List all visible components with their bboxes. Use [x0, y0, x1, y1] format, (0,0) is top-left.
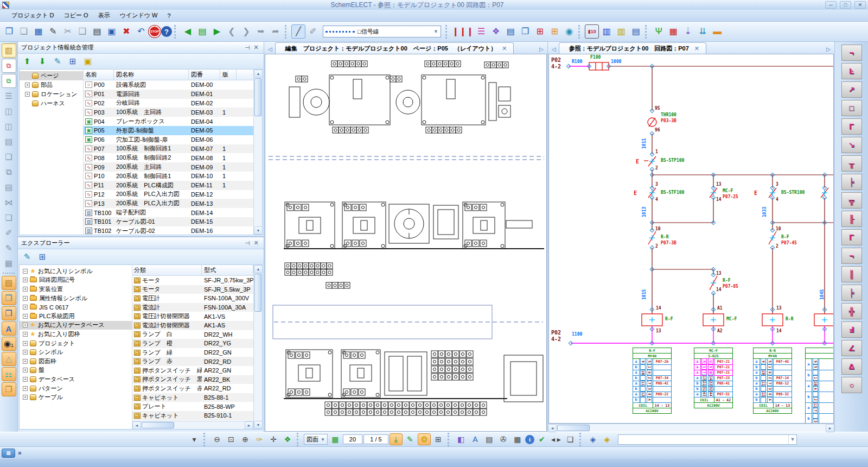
io-list-icon[interactable]: ▤ — [629, 24, 643, 39]
multi-line-icon[interactable]: ☰ — [474, 24, 488, 39]
expander-icon[interactable]: + — [23, 377, 28, 382]
expander-icon[interactable]: + — [23, 368, 28, 373]
pin-icon[interactable]: ⊤ — [243, 239, 252, 247]
pattern-icon[interactable]: ⚏ — [2, 367, 16, 381]
chart-icon[interactable]: ◧ — [455, 433, 468, 445]
minimize-button[interactable]: ─ — [825, 1, 837, 9]
tools-icon[interactable]: ✇ — [497, 433, 510, 445]
tree-item[interactable]: +PLC系統図用 — [20, 312, 132, 321]
line-tool-icon[interactable]: ╱ — [291, 24, 305, 39]
wire-trim-icon[interactable]: ▬ — [710, 24, 724, 39]
part-row[interactable]: ❒ランプ 赤DR22_RD — [132, 357, 253, 366]
dim-corner-1-icon[interactable]: ¬ — [841, 45, 862, 61]
tree-item[interactable]: +実装位置 — [20, 285, 132, 294]
column-header[interactable]: 分類 — [132, 265, 202, 275]
draw-pencil-icon[interactable]: ✎ — [404, 433, 417, 445]
expander-icon[interactable]: + — [23, 359, 28, 364]
help-icon[interactable]: ? — [161, 26, 172, 37]
part-row[interactable]: ❒押ボタンスイッチ 黒AR22_BK — [132, 375, 253, 384]
tab-scroll-left-icon[interactable]: ◁ — [549, 46, 559, 54]
dim-diagonal-1-icon[interactable]: ↗ — [841, 81, 862, 98]
page-row-TB102[interactable]: ▥TB102ケーブル図-02DEM-16 — [84, 226, 253, 235]
tree-item[interactable]: ページ — [20, 71, 83, 80]
parts-table-hscrollbar[interactable]: ◄► — [132, 421, 253, 429]
page-row-P04[interactable]: ▣P04ブレーカボックスDEM-04 — [84, 117, 253, 126]
expander-icon[interactable]: + — [23, 332, 28, 337]
expander-icon[interactable]: + — [23, 323, 28, 327]
part-row[interactable]: ❒ランプ 白DR22_WH — [132, 330, 253, 339]
new-file-icon[interactable]: ❐ — [2, 24, 16, 39]
wire-end-3-icon[interactable]: Ψ — [652, 24, 666, 39]
dim-circle-icon[interactable]: ○ — [841, 377, 862, 393]
part-row[interactable]: ❒電流計切替開閉器AK1-AS — [132, 321, 253, 330]
part-row[interactable]: ❒ランプ 緑DR22_GN — [132, 348, 253, 357]
undo-icon[interactable]: ↶ — [134, 24, 148, 39]
window-toggle-icon[interactable]: ⊞ — [432, 433, 445, 445]
copy-icon[interactable]: ❑ — [75, 24, 90, 39]
page-row-P10[interactable]: ∿P10200系統 制御回路1DEM-101 — [84, 172, 253, 181]
column-header[interactable]: 版 — [220, 70, 237, 80]
screwdriver-icon[interactable]: ✐ — [2, 226, 16, 240]
circuit-canvas[interactable]: P024-2R100F100100095THR100P03-3B9610111E… — [548, 54, 834, 424]
move-down-icon[interactable]: ⬇ — [36, 55, 49, 68]
page-row-P00[interactable]: ⌗P00設備系統図DEM-00 — [84, 80, 253, 90]
prop-list-icon[interactable]: ▤ — [483, 433, 496, 445]
tree-item[interactable]: +お気に入りデータベース — [20, 321, 132, 330]
expander-icon[interactable]: + — [23, 305, 28, 310]
network-icon[interactable]: ⧉ — [2, 165, 16, 179]
stop-icon[interactable]: STOP — [149, 26, 161, 37]
zoom-view-icon[interactable]: ◉ — [562, 24, 576, 39]
grid-icon[interactable]: ▦ — [2, 256, 16, 270]
tab-scroll-right-icon[interactable]: ▷ — [824, 46, 833, 54]
circuit-hscrollbar[interactable]: ◄► — [548, 424, 834, 432]
dim-left-span-icon[interactable]: ╟ — [841, 211, 862, 227]
tcf-diagram-icon[interactable]: ⧉ — [2, 74, 16, 88]
letter-a-icon[interactable]: A — [2, 321, 16, 336]
insert-terminal-icon[interactable]: ⤓ — [390, 433, 403, 445]
column-header[interactable]: 図番 — [189, 70, 220, 80]
plc-module-icon[interactable]: ▮10 — [585, 24, 599, 39]
page-row-P05[interactable]: ▣P05外形図-制御盤DEM-05 — [84, 126, 253, 135]
cabinet-front-icon[interactable]: ◫ — [2, 104, 16, 118]
pan-icon[interactable]: ✛ — [267, 433, 280, 445]
box-3d-icon[interactable]: ❒ — [2, 291, 16, 305]
tree-item[interactable]: +JIS C 0617 — [20, 302, 132, 312]
sheet-dropdown[interactable]: 図面▼ — [304, 434, 328, 445]
tab-edit-p05[interactable]: 編集 プロジェクト：モデルプロジェクト00 ページ：P05 （レイアウト） ✕ — [275, 42, 514, 54]
page-row-TB100[interactable]: ▥TB100端子配列図DEM-14 — [84, 208, 253, 217]
page-row-P07[interactable]: ∿P07100系統 制御回路1DEM-071 — [84, 144, 253, 154]
column-header[interactable]: 型式 — [202, 265, 253, 275]
search-edit-icon[interactable]: ✎ — [51, 55, 64, 68]
tree-item[interactable]: +図面枠 — [20, 357, 132, 366]
part-row[interactable]: ❒押ボタンスイッチ 赤AR22_RD — [132, 384, 253, 393]
menu-ウインドウ W[interactable]: ウインドウ W — [115, 10, 163, 21]
tree-item[interactable]: +パターン — [20, 384, 132, 393]
open-folder-icon[interactable]: ❏ — [17, 24, 31, 39]
close-button[interactable]: ✕ — [854, 1, 866, 9]
terminal-list-blue-icon[interactable]: ▥ — [599, 24, 614, 39]
part-row[interactable]: ❒モータSF-JR_0.75kw_3P — [132, 276, 253, 285]
nav-arrows-icon[interactable]: ◂ ▸ — [550, 433, 563, 445]
tree-item[interactable]: +プロジェクト — [20, 339, 132, 348]
part-row[interactable]: ❒電圧計FSN-100A_300V — [132, 294, 253, 303]
new-window-icon[interactable]: ❐ — [518, 24, 532, 39]
wire-symbols-icon[interactable]: ❖ — [489, 24, 503, 39]
zoom-in-icon[interactable]: ⊕ — [239, 433, 252, 445]
zoom-fit-icon[interactable]: ❖ — [281, 433, 294, 445]
detail-view-icon[interactable]: ⊞ — [36, 250, 49, 263]
check-icon[interactable]: ✔ — [535, 433, 548, 445]
sheet-icon[interactable]: ▤ — [503, 24, 518, 39]
detail-view-icon[interactable]: ⊞ — [66, 55, 79, 68]
move-up-icon[interactable]: ⬆ — [21, 55, 34, 68]
back-icon[interactable]: ❮ — [225, 24, 239, 39]
triangle-icon[interactable]: △ — [2, 352, 16, 366]
tree-item[interactable]: +ロケーション — [20, 90, 83, 99]
tree-item[interactable]: +回路図用記号 — [20, 276, 132, 285]
status-window-icon[interactable]: ▦ — [2, 449, 15, 458]
dim-vertical-icon[interactable]: ║ — [841, 266, 862, 282]
grid-toggle-icon[interactable]: ▦ — [329, 433, 342, 445]
highlight-lamp-icon[interactable]: ❂ — [418, 433, 431, 445]
tab-scroll-left-icon[interactable]: ◁ — [265, 46, 275, 54]
page-row-TB101[interactable]: ▥TB101ケーブル図-01DEM-15 — [84, 217, 253, 226]
export-view-icon[interactable]: ⊞ — [533, 24, 547, 39]
